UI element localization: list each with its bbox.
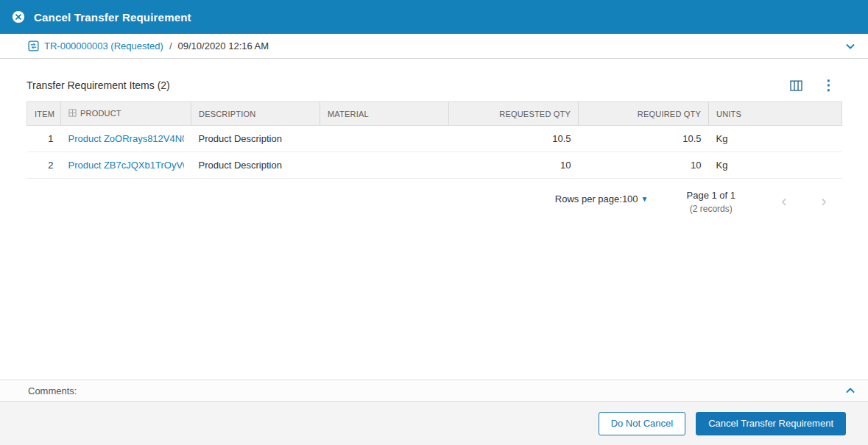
chevron-up-icon[interactable] <box>844 385 856 396</box>
units-cell: Kg <box>709 152 842 179</box>
cancel-transfer-requirement-dialog: Cancel Transfer Requirement TR-000000003… <box>0 0 868 445</box>
material-cell <box>320 126 449 152</box>
page-title: Cancel Transfer Requirement <box>34 11 191 24</box>
rows-per-page-caret-icon: ▼ <box>641 195 649 203</box>
comments-label: Comments: <box>28 385 77 396</box>
records-count-text: (2 records) <box>690 204 733 214</box>
product-link[interactable]: Product ZB7cJQXb1TrOyVw2 <box>68 160 184 171</box>
product-cell: Product ZB7cJQXb1TrOyVw2 <box>61 152 191 179</box>
item-cell: 2 <box>27 152 61 179</box>
chevron-down-icon[interactable] <box>844 40 856 52</box>
title-bar: Cancel Transfer Requirement <box>0 0 868 34</box>
required-qty-cell: 10 <box>579 152 709 179</box>
column-header-required-qty[interactable]: REQUIRED QTY <box>579 102 709 126</box>
table-row: 1Product ZoORrays812V4N0EProduct Descrip… <box>27 126 842 152</box>
column-chooser-icon[interactable] <box>790 80 802 91</box>
close-icon[interactable] <box>12 10 25 24</box>
page-count-text: Page 1 of 1 <box>687 190 736 201</box>
material-cell <box>320 152 449 179</box>
subheader-separator: / <box>169 40 172 51</box>
items-table-header: ITEM <box>27 102 842 126</box>
table-tools: ⋮ <box>790 80 841 91</box>
page-info: Page 1 of 1 (2 records) <box>687 189 736 216</box>
units-cell: Kg <box>709 126 842 152</box>
items-section-header: Transfer Requirement Items (2) ⋮ <box>27 59 841 91</box>
drag-grid-icon <box>68 109 77 117</box>
product-cell: Product ZoORrays812V4N0E <box>61 126 191 152</box>
transfer-requirement-link[interactable]: TR-000000003 (Requested) <box>44 40 163 51</box>
column-header-product[interactable]: PRODUCT <box>61 102 191 126</box>
table-row: 2Product ZB7cJQXb1TrOyVw2Product Descrip… <box>27 152 842 179</box>
comments-section-bar: Comments: <box>0 380 868 402</box>
column-header-requested-qty[interactable]: REQUESTED QTY <box>449 102 579 126</box>
column-header-item[interactable]: ITEM <box>27 102 61 126</box>
requested-qty-cell: 10 <box>449 152 579 179</box>
description-cell: Product Description <box>191 152 320 179</box>
rows-per-page-value: 100 <box>622 193 638 204</box>
requested-qty-cell: 10.5 <box>449 126 579 152</box>
items-table: ITEM <box>27 102 842 179</box>
description-cell: Product Description <box>191 126 320 152</box>
main-content: Transfer Requirement Items (2) ⋮ ITEM <box>0 59 868 380</box>
next-page-button[interactable]: › <box>811 192 837 211</box>
do-not-cancel-button[interactable]: Do Not Cancel <box>599 412 686 435</box>
action-footer: Do Not Cancel Cancel Transfer Requiremen… <box>0 402 868 445</box>
column-header-description[interactable]: DESCRIPTION <box>191 102 320 126</box>
items-section-title: Transfer Requirement Items (2) <box>27 79 170 91</box>
cancel-transfer-requirement-button[interactable]: Cancel Transfer Requirement <box>696 412 846 435</box>
required-qty-cell: 10.5 <box>579 126 709 152</box>
previous-page-button[interactable]: ‹ <box>771 192 797 211</box>
transfer-requirement-icon <box>28 40 39 51</box>
column-header-units[interactable]: UNITS <box>709 102 842 126</box>
rows-per-page-label: Rows per page: <box>555 193 622 204</box>
items-table-body: 1Product ZoORrays812V4N0EProduct Descrip… <box>27 126 842 179</box>
kebab-menu-icon[interactable]: ⋮ <box>822 80 836 90</box>
record-timestamp: 09/10/2020 12:16 AM <box>178 40 269 51</box>
record-subheader: TR-000000003 (Requested) / 09/10/2020 12… <box>0 34 868 59</box>
pager-buttons: ‹ › <box>771 192 837 211</box>
product-link[interactable]: Product ZoORrays812V4N0E <box>68 133 184 144</box>
rows-per-page-select[interactable]: Rows per page:100 ▼ <box>555 193 649 204</box>
pagination-bar: Rows per page:100 ▼ Page 1 of 1 (2 recor… <box>27 189 841 216</box>
item-cell: 1 <box>27 126 61 152</box>
column-header-material[interactable]: MATERIAL <box>320 102 449 126</box>
